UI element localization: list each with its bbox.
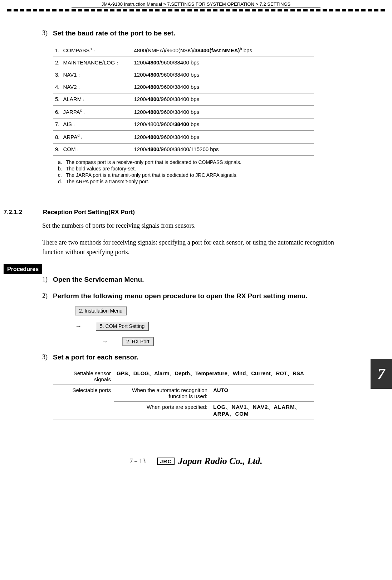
footer: 7－13 JRC Japan Radio Co., Ltd. [0,456,392,477]
row-label: ALARM： [61,93,132,106]
table-row: 9.COM：1200/4800/9600/38400/115200 bps [53,144,314,156]
row-num: 6. [53,106,61,119]
arrow-icon: → [102,338,108,345]
table-row: 2.MAINTENANCE/LOG：1200/4800/9600/38400 b… [53,57,314,69]
proc-step-3-num: 3) [42,353,53,361]
row-value: 1200/4800/9600/38400 bps [132,69,314,81]
step-3-num: 3) [42,29,53,37]
auto-value: AUTO [210,385,314,402]
proc-step-3: 3) Set a port for each sensor. [42,353,356,361]
row-num: 1. [53,44,61,57]
menu-installation: 2. Installation Menu [75,306,127,315]
table-row: Settable sensor signals GPS、DLOG、Alarm、D… [53,368,314,385]
row-value: 4800(NMEA)/9600(NSK)/38400(fast NMEA)b b… [132,44,314,57]
table-row: 8.ARPAd：1200/4800/9600/38400 bps [53,131,314,144]
footnotes: a.The compass port is a receive-only por… [58,159,356,184]
row-label: COM： [61,144,132,156]
row-label: NAV2： [61,81,132,93]
row-value: 1200/4800/9600/38400 bps [132,119,314,131]
row-label: MAINTENANCE/LOG： [61,57,132,69]
row-value: 1200/4800/9600/38400 bps [132,57,314,69]
proc-step-2: 2) Perform the following menu open proce… [42,292,356,300]
section-heading: 7.2.1.2 Reception Port Setting(RX Port) [36,209,356,216]
row-num: 3. [53,69,61,81]
proc-step-3-text: Set a port for each sensor. [53,353,138,361]
proc-step-2-text: Perform the following menu open procedur… [53,292,307,300]
step-3: 3) Set the baud rate of the port to be s… [42,29,356,37]
chapter-tab: 7 [371,359,392,389]
row-num: 2. [53,57,61,69]
baud-rate-table: 1.COMPASSa：4800(NMEA)/9600(NSK)/38400(fa… [53,44,314,156]
row-value: 1200/4800/9600/38400 bps [132,81,314,93]
arrow-icon: → [75,323,82,330]
selectable-ports-label: Selectable ports [53,385,114,420]
proc-step-1-num: 1) [42,276,53,284]
breadcrumb: JMA-9100 Instruction Manual > 7.SETTINGS… [72,0,320,8]
auto-recognition-label: When the automatic recognition function … [114,385,210,402]
footnote: b.The bold values are factory-set. [58,166,356,171]
table-row: 5.ALARM：1200/4800/9600/38400 bps [53,93,314,106]
table-row: 3.NAV1：1200/4800/9600/38400 bps [53,69,314,81]
step-3-text: Set the baud rate of the port to be set. [53,29,175,37]
proc-step-1: 1) Open the Serviceman Menu. [42,276,356,284]
row-num: 4. [53,81,61,93]
table-row: 4.NAV2：1200/4800/9600/38400 bps [53,81,314,93]
ports-specified-label: When ports are specified: [114,402,210,420]
table-row: 6.JARPAc：1200/4800/9600/38400 bps [53,106,314,119]
settable-signals-value: GPS、DLOG、Alarm、Depth、Temperature、Wind、Cu… [114,368,314,385]
company-name: Japan Radio Co., Ltd. [178,456,262,467]
jrc-logo: JRC [157,458,175,465]
menu-rx-port: 2. RX Port [122,337,154,346]
row-label: NAV1： [61,69,132,81]
row-label: COMPASSa： [61,44,132,57]
footnote: a.The compass port is a receive-only por… [58,159,356,165]
ports-specified-value: LOG、NAV1、NAV2、ALARM、ARPA、COM [210,402,314,420]
section-number: 7.2.1.2 [4,209,43,216]
table-row: 7.AIS：1200/4800/9600/38400 bps [53,119,314,131]
page-number: 7－13 [129,457,146,465]
row-label: JARPAc： [61,106,132,119]
row-value: 1200/4800/9600/38400 bps [132,131,314,144]
row-value: 1200/4800/9600/38400/115200 bps [132,144,314,156]
table-row: 1.COMPASSa：4800(NMEA)/9600(NSK)/38400(fa… [53,44,314,57]
row-num: 9. [53,144,61,156]
settable-signals-label: Settable sensor signals [53,368,114,385]
section-para-1: Set the numbers of ports for receiving s… [42,221,356,231]
proc-step-2-num: 2) [42,292,53,300]
row-value: 1200/4800/9600/38400 bps [132,93,314,106]
row-label: ARPAd： [61,131,132,144]
row-num: 5. [53,93,61,106]
procedures-label: Procedures [4,264,42,274]
proc-step-1-text: Open the Serviceman Menu. [53,276,144,284]
table-row: Selectable ports When the automatic reco… [53,385,314,402]
section-para-2: There are two methods for receiving sign… [42,238,356,257]
row-num: 7. [53,119,61,131]
footnote: d.The ARPA port is a transmit-only port. [58,179,356,184]
menu-path: 2. Installation Menu → 5. COM Port Setti… [75,306,356,346]
row-num: 8. [53,131,61,144]
section-title: Reception Port Setting(RX Port) [43,209,135,216]
row-label: AIS： [61,119,132,131]
footnote: c.The JARPA port is a transmit-only port… [58,172,356,178]
row-value: 1200/4800/9600/38400 bps [132,106,314,119]
menu-com-port: 5. COM Port Setting [96,322,149,331]
sensor-table: Settable sensor signals GPS、DLOG、Alarm、D… [53,368,314,420]
